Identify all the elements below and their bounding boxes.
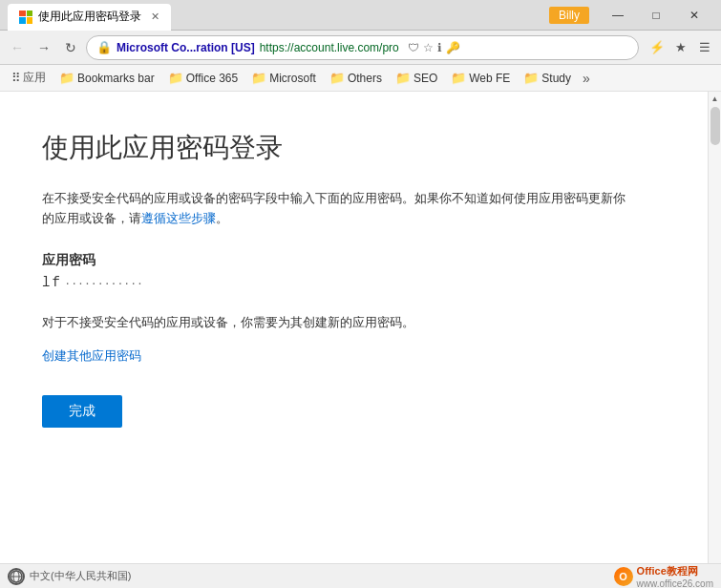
active-tab[interactable]: 使用此应用密码登录 ✕ <box>8 4 171 31</box>
bookmarks-more-button[interactable]: » <box>583 71 590 86</box>
apps-button[interactable]: ⠿ 应用 <box>6 68 52 88</box>
folder-icon: 📁 <box>523 71 539 85</box>
apps-grid-icon: ⠿ <box>11 71 21 85</box>
steps-link[interactable]: 遵循这些步骤 <box>141 211 216 225</box>
locale-label: 中文(中华人民共和国) <box>30 569 131 583</box>
bookmark-label: Others <box>348 72 382 85</box>
titlebar-controls: Billy — □ ✕ <box>549 2 713 29</box>
folder-icon: 📁 <box>395 71 411 85</box>
page-description: 在不接受安全代码的应用或设备的密码字段中输入下面的应用密码。如果你不知道如何使用… <box>42 189 634 229</box>
bookmark-label: SEO <box>414 72 437 85</box>
folder-icon: 📁 <box>451 71 466 85</box>
bookmark-webfe[interactable]: 📁 Web FE <box>445 69 516 87</box>
statusbar-right: O Office教程网 www.office26.com <box>614 564 713 589</box>
star-toolbar-icon[interactable]: ★ <box>670 37 691 58</box>
office-brand-text: Office教程网 <box>637 564 713 578</box>
tab-title: 使用此应用密码登录 <box>38 9 141 25</box>
password-prefix: lf <box>42 275 62 290</box>
globe-icon <box>8 568 25 585</box>
lock-icon: 🔒 <box>96 40 112 54</box>
titlebar-left: 使用此应用密码登录 ✕ <box>8 0 171 31</box>
menu-button[interactable]: ☰ <box>694 37 715 58</box>
folder-icon: 📁 <box>329 71 345 85</box>
office-badge: O Office教程网 www.office26.com <box>614 564 713 589</box>
bookmark-study[interactable]: 📁 Study <box>518 69 577 87</box>
desc-text-1: 在不接受安全代码的应用或设备的密码字段中输入下面的应用密码。如果你不知道如何使用… <box>42 191 626 225</box>
password-section-label: 应用密码 <box>42 252 666 269</box>
folder-icon: 📁 <box>59 71 74 85</box>
bookmarks-bar: ⠿ 应用 📁 Bookmarks bar 📁 Office 365 📁 Micr… <box>0 65 721 92</box>
address-input[interactable]: 🔒 Microsoft Co...ration [US] https://acc… <box>86 35 639 60</box>
tab-favicon <box>19 10 32 24</box>
password-display: lf ············ <box>42 275 666 290</box>
apps-label: 应用 <box>23 70 46 86</box>
statusbar-left: 中文(中华人民共和国) <box>8 568 131 585</box>
extensions-icon[interactable]: ⚡ <box>647 37 668 58</box>
forward-button[interactable]: → <box>32 36 55 59</box>
address-bar: ← → ↻ 🔒 Microsoft Co...ration [US] https… <box>0 31 721 65</box>
scrollbar[interactable]: ▲ <box>708 92 721 563</box>
info-icon[interactable]: ℹ <box>437 41 442 54</box>
address-icons: 🛡 ☆ ℹ 🔑 <box>408 41 460 54</box>
bookmark-microsoft[interactable]: 📁 Microsoft <box>245 69 322 87</box>
desc-text-end: 。 <box>216 211 228 225</box>
password-dots: ············ <box>66 275 145 290</box>
bookmark-others[interactable]: 📁 Others <box>324 69 388 87</box>
bitwarden-icon[interactable]: 🔑 <box>446 41 460 54</box>
close-button[interactable]: ✕ <box>675 2 713 29</box>
bookmark-label: Study <box>541 72 571 85</box>
site-name: Microsoft Co...ration [US] <box>117 41 255 54</box>
page-description-2: 对于不接受安全代码的应用或设备，你需要为其创建新的应用密码。 <box>42 313 634 333</box>
scroll-thumb[interactable] <box>710 107 720 145</box>
star-icon[interactable]: ☆ <box>423 41 434 54</box>
office-icon: O <box>614 567 633 586</box>
bookmark-label: Web FE <box>469 72 510 85</box>
bookmark-bookmarks-bar[interactable]: 📁 Bookmarks bar <box>53 69 160 87</box>
bookmark-office365[interactable]: 📁 Office 365 <box>162 69 244 87</box>
folder-icon: 📁 <box>168 71 183 85</box>
browser-body: 使用此应用密码登录 在不接受安全代码的应用或设备的密码字段中输入下面的应用密码。… <box>0 92 721 563</box>
bookmark-seo[interactable]: 📁 SEO <box>390 69 443 87</box>
status-bar: 中文(中华人民共和国) O Office教程网 www.office26.com <box>0 563 721 588</box>
office-url-text: www.office26.com <box>637 578 713 589</box>
minimize-button[interactable]: — <box>599 2 637 29</box>
page-content: 使用此应用密码登录 在不接受安全代码的应用或设备的密码字段中输入下面的应用密码。… <box>0 92 708 563</box>
titlebar: 使用此应用密码登录 ✕ Billy — □ ✕ <box>0 0 721 31</box>
user-label: Billy <box>549 7 589 24</box>
shield-icon: 🛡 <box>408 41 419 54</box>
bookmark-label: Microsoft <box>269 72 316 85</box>
refresh-button[interactable]: ↻ <box>59 36 82 59</box>
back-button[interactable]: ← <box>6 36 29 59</box>
page-title: 使用此应用密码登录 <box>42 130 666 166</box>
tab-close-button[interactable]: ✕ <box>151 10 159 23</box>
bookmark-label: Office 365 <box>186 72 238 85</box>
toolbar-icons: ⚡ ★ ☰ <box>647 37 715 58</box>
done-button[interactable]: 完成 <box>42 395 122 428</box>
maximize-button[interactable]: □ <box>637 2 675 29</box>
scroll-up-arrow[interactable]: ▲ <box>709 92 722 105</box>
folder-icon: 📁 <box>251 71 266 85</box>
bookmark-label: Bookmarks bar <box>77 72 155 85</box>
create-password-link[interactable]: 创建其他应用密码 <box>42 347 666 365</box>
url-text: https://account.live.com/pro <box>260 41 399 54</box>
